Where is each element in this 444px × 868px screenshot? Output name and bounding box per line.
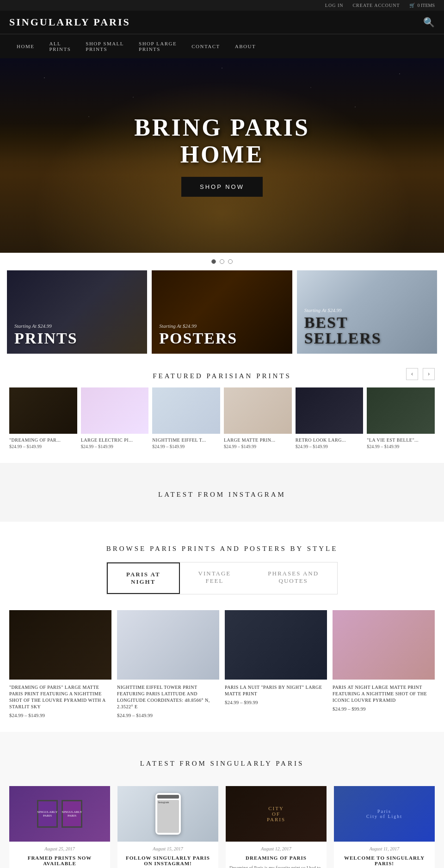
hero-cta-button[interactable]: SHOP NOW (181, 177, 263, 197)
product-price-4: $24.99 – $99.99 (333, 706, 435, 712)
product-card-2[interactable]: NIGHTTIME EIFFEL TOWER PRINT FEATURING P… (117, 610, 219, 718)
next-arrow[interactable]: › (423, 368, 435, 380)
featured-section: FEATURED PARISIAN PRINTS ‹ › "DREAMING O… (0, 363, 444, 463)
product-name-1: "DREAMING OF PARIS" LARGE MATTE PARIS PR… (9, 684, 111, 710)
print-image-1 (9, 387, 77, 434)
instagram-title: LATEST FROM INSTAGRAM (9, 477, 435, 508)
product-card-1[interactable]: "DREAMING OF PARIS" LARGE MATTE PARIS PR… (9, 610, 111, 718)
blog-title: LATEST FROM SINGULARLY PARIS (9, 746, 435, 777)
nav-item-about[interactable]: ABOUT (228, 37, 263, 56)
print-price-1: $24.99 – $149.99 (9, 444, 77, 449)
product-image-4 (333, 610, 435, 680)
category-prints[interactable]: Starting At $24.99 PRINTS (7, 270, 147, 354)
blog-date-4: August 11, 2017 (334, 846, 435, 851)
blog-card-1: SINGULARLYPARIS SINGULARLYPARIS August 2… (9, 786, 110, 868)
product-price-2: $24.99 – $149.99 (117, 712, 219, 718)
top-bar: LOG IN CREATE ACCOUNT 🛒 0 ITEMS (0, 0, 444, 11)
nav-item-shop-large-prints[interactable]: SHOP LARGEPRINTS (131, 34, 184, 58)
nav: HOME ALLPRINTS SHOP SMALLPRINTS SHOP LAR… (0, 34, 444, 58)
hero-content: BRING PARIS HOME SHOP NOW (134, 114, 310, 196)
bestsellers-starting-price: Starting At $24.99 (304, 307, 342, 313)
blog-image-3: CITYOFPARIS (226, 786, 327, 842)
print-card[interactable]: LARGE MATTE PRIN... $24.99 – $149.99 (224, 387, 292, 449)
product-price-1: $24.99 – $149.99 (9, 712, 111, 718)
print-card[interactable]: "DREAMING OF PAR... $24.99 – $149.99 (9, 387, 77, 449)
header: SINGULARLY PARIS 🔍 (0, 11, 444, 34)
nav-item-contact[interactable]: CONTACT (184, 37, 228, 56)
blog-post-title-3: DREAMING OF PARIS (226, 855, 327, 861)
product-image-1 (9, 610, 111, 680)
blog-post-title-4: WELCOME TO SINGULARLY PARIS! (334, 855, 435, 866)
search-icon[interactable]: 🔍 (423, 17, 435, 28)
carousel-dots (0, 253, 444, 270)
print-image-6 (367, 387, 435, 434)
category-bestsellers[interactable]: Starting At $24.99 BESTSELLERS (297, 270, 437, 354)
blog-date-3: August 12, 2017 (226, 846, 327, 851)
print-image-3 (152, 387, 220, 434)
hero-banner: BRING PARIS HOME SHOP NOW (0, 58, 444, 253)
cart-count: 0 ITEMS (418, 3, 435, 8)
product-card-4[interactable]: PARIS AT NIGHT LARGE MATTE PRINT FEATURI… (333, 610, 435, 718)
print-price-2: $24.99 – $149.99 (81, 444, 149, 449)
featured-nav-arrows: ‹ › (291, 368, 435, 380)
product-name-4: PARIS AT NIGHT LARGE MATTE PRINT FEATURI… (333, 684, 435, 704)
print-name-6: "LA VIE EST BELLE"... (367, 437, 435, 443)
blog-date-1: August 25, 2017 (9, 846, 110, 851)
print-name-4: LARGE MATTE PRIN... (224, 437, 292, 443)
print-name-2: LARGE ELECTRIC PI... (81, 437, 149, 443)
bestsellers-title: BESTSELLERS (304, 315, 382, 346)
category-grid: Starting At $24.99 PRINTS Starting At $2… (0, 270, 444, 363)
print-name-1: "DREAMING OF PAR... (9, 437, 77, 443)
prints-grid: "DREAMING OF PAR... $24.99 – $149.99 LAR… (5, 380, 439, 449)
print-card[interactable]: RETRO LOOK LARG... $24.99 – $149.99 (296, 387, 364, 449)
print-image-5 (296, 387, 364, 434)
featured-title: FEATURED PARISIAN PRINTS (153, 368, 291, 380)
print-card[interactable]: NIGHTTIME EIFFEL T... $24.99 – $149.99 (152, 387, 220, 449)
print-card[interactable]: LARGE ELECTRIC PI... $24.99 – $149.99 (81, 387, 149, 449)
product-image-3 (225, 610, 327, 680)
prints-title: PRINTS (14, 331, 78, 346)
product-card-3[interactable]: PARIS LA NUIT "PARIS BY NIGHT" LARGE MAT… (225, 610, 327, 718)
browse-section: BROWSE PARIS PRINTS AND POSTERS BY STYLE… (0, 522, 444, 732)
print-image-2 (81, 387, 149, 434)
carousel-dot-2[interactable] (220, 259, 224, 264)
carousel-dot-1[interactable] (211, 259, 216, 264)
product-grid: "DREAMING OF PARIS" LARGE MATTE PARIS PR… (9, 606, 435, 723)
product-name-3: PARIS LA NUIT "PARIS BY NIGHT" LARGE MAT… (225, 684, 327, 697)
tab-phrases-quotes[interactable]: PHRASES ANDQUOTES (249, 562, 337, 594)
tab-vintage-feel[interactable]: VINTAGEFEEL (180, 562, 250, 594)
posters-title: POSTERS (159, 331, 237, 346)
print-name-5: RETRO LOOK LARG... (296, 437, 364, 443)
instagram-section: LATEST FROM INSTAGRAM (0, 463, 444, 522)
prev-arrow[interactable]: ‹ (406, 368, 418, 380)
style-tabs: PARIS ATNIGHT VINTAGEFEEL PHRASES ANDQUO… (106, 562, 338, 594)
carousel-dot-3[interactable] (228, 259, 233, 264)
print-price-6: $24.99 – $149.99 (367, 444, 435, 449)
browse-title: BROWSE PARIS PRINTS AND POSTERS BY STYLE (9, 531, 435, 562)
create-account-link[interactable]: CREATE ACCOUNT (352, 3, 400, 8)
print-card[interactable]: "LA VIE EST BELLE"... $24.99 – $149.99 (367, 387, 435, 449)
posters-starting-price: Starting At $24.99 (159, 323, 197, 329)
featured-header: FEATURED PARISIAN PRINTS ‹ › (5, 363, 439, 380)
site-title[interactable]: SINGULARLY PARIS (9, 16, 130, 28)
product-price-3: $24.99 – $99.99 (225, 699, 327, 705)
blog-excerpt-3: Dreaming of Paris is my favorite print s… (226, 864, 327, 868)
category-posters[interactable]: Starting At $24.99 POSTERS (152, 270, 292, 354)
log-in-link[interactable]: LOG IN (325, 3, 344, 8)
print-image-4 (224, 387, 292, 434)
nav-item-all-prints[interactable]: ALLPRINTS (42, 34, 78, 58)
print-name-3: NIGHTTIME EIFFEL T... (152, 437, 220, 443)
nav-item-home[interactable]: HOME (9, 37, 42, 56)
blog-post-title-2: FOLLOW SINGULARLY PARIS ON INSTAGRAM! (117, 855, 218, 866)
blog-grid: SINGULARLYPARIS SINGULARLYPARIS August 2… (9, 786, 435, 868)
product-image-2 (117, 610, 219, 680)
cart-area[interactable]: 🛒 0 ITEMS (409, 3, 435, 8)
blog-post-title-1: FRAMED PRINTS NOW AVAILABLE (9, 855, 110, 866)
nav-item-shop-small-prints[interactable]: SHOP SMALLPRINTS (78, 34, 131, 58)
blog-image-4: ParisCity of Light (334, 786, 435, 842)
blog-image-2: Instagram (117, 786, 218, 842)
blog-date-2: August 15, 2017 (117, 846, 218, 851)
tab-paris-at-night[interactable]: PARIS ATNIGHT (107, 562, 180, 594)
blog-image-1: SINGULARLYPARIS SINGULARLYPARIS (9, 786, 110, 842)
blog-card-2: Instagram August 15, 2017 FOLLOW SINGULA… (117, 786, 218, 868)
